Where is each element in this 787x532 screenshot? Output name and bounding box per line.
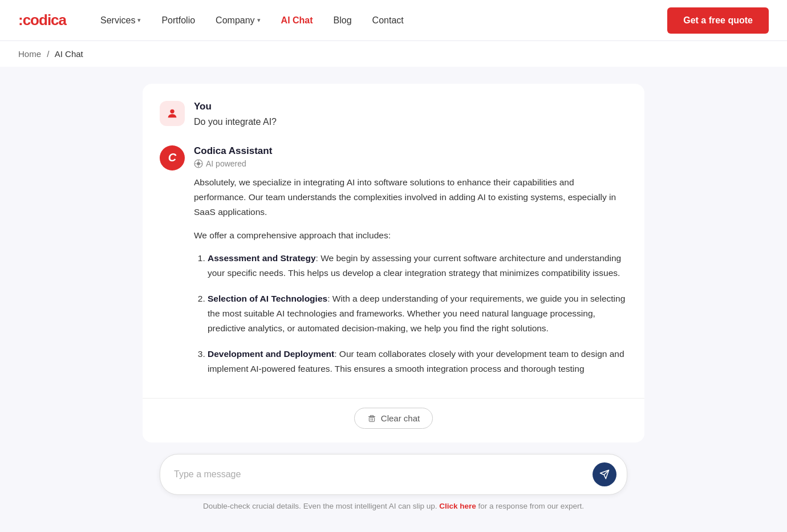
list-item: Selection of AI Technologies: With a dee… bbox=[208, 291, 627, 336]
send-icon bbox=[599, 469, 610, 480]
breadcrumb-separator: / bbox=[47, 49, 49, 59]
disclaimer-suffix-text: for a response from our expert. bbox=[478, 502, 584, 510]
svg-point-0 bbox=[170, 109, 174, 113]
main-content: You Do you integrate AI? C Codica Assist… bbox=[120, 67, 667, 532]
logo[interactable]: :codica bbox=[18, 11, 66, 29]
ai-powered-icon bbox=[194, 159, 203, 168]
breadcrumb-current: AI Chat bbox=[55, 49, 83, 59]
response-para-2: We offer a comprehensive approach that i… bbox=[194, 228, 627, 243]
assistant-sub-label: AI powered bbox=[206, 159, 246, 168]
list-item-title-3: Development and Deployment bbox=[208, 349, 334, 359]
navbar: :codica Services ▾ Portfolio Company ▾ A… bbox=[0, 0, 787, 41]
nav-contact[interactable]: Contact bbox=[372, 15, 404, 26]
assistant-sub: AI powered bbox=[194, 159, 627, 168]
assistant-name: Codica Assistant bbox=[194, 145, 627, 157]
user-message-body: You Do you integrate AI? bbox=[194, 101, 627, 129]
list-item: Assessment and Strategy: We begin by ass… bbox=[208, 251, 627, 281]
user-message: You Do you integrate AI? bbox=[143, 101, 644, 145]
list-item-title-1: Assessment and Strategy bbox=[208, 253, 316, 263]
user-text: Do you integrate AI? bbox=[194, 115, 627, 129]
svg-rect-2 bbox=[368, 416, 375, 417]
clear-chat-label: Clear chat bbox=[381, 413, 420, 423]
chevron-down-icon: ▾ bbox=[137, 17, 141, 24]
nav-company[interactable]: Company ▾ bbox=[216, 15, 260, 26]
user-name: You bbox=[194, 101, 627, 112]
breadcrumb: Home / AI Chat bbox=[0, 41, 787, 67]
disclaimer-text: Double-check crucial details. Even the m… bbox=[203, 502, 437, 510]
breadcrumb-home[interactable]: Home bbox=[18, 49, 41, 59]
disclaimer-link[interactable]: Click here bbox=[439, 502, 476, 510]
clear-chat-row: Clear chat bbox=[143, 398, 644, 442]
response-list: Assessment and Strategy: We begin by ass… bbox=[194, 251, 627, 376]
list-item-title-2: Selection of AI Technologies bbox=[208, 294, 327, 303]
nav-portfolio[interactable]: Portfolio bbox=[161, 15, 195, 26]
get-free-quote-button[interactable]: Get a free quote bbox=[667, 7, 769, 34]
clear-chat-button[interactable]: Clear chat bbox=[354, 408, 433, 429]
user-avatar bbox=[160, 101, 185, 126]
trash-icon bbox=[367, 414, 376, 423]
disclaimer: Double-check crucial details. Even the m… bbox=[160, 502, 627, 510]
message-input-box bbox=[160, 454, 627, 495]
nav-blog[interactable]: Blog bbox=[334, 15, 352, 26]
response-para-1: Absolutely, we specialize in integrating… bbox=[194, 175, 627, 220]
chevron-down-icon: ▾ bbox=[257, 17, 261, 24]
svg-rect-3 bbox=[369, 417, 374, 421]
assistant-avatar: C bbox=[160, 145, 185, 170]
send-button[interactable] bbox=[593, 462, 616, 486]
list-item: Development and Deployment: Our team col… bbox=[208, 347, 627, 377]
nav-ai-chat[interactable]: AI Chat bbox=[281, 15, 313, 26]
nav-links: Services ▾ Portfolio Company ▾ AI Chat B… bbox=[100, 15, 667, 26]
assistant-message: C Codica Assistant AI powered Absolutely… bbox=[143, 145, 644, 393]
nav-services[interactable]: Services ▾ bbox=[100, 15, 141, 26]
input-area: Double-check crucial details. Even the m… bbox=[160, 454, 627, 510]
chat-container: You Do you integrate AI? C Codica Assist… bbox=[143, 84, 644, 442]
message-input[interactable] bbox=[174, 469, 593, 480]
assistant-message-body: Codica Assistant AI powered Absolutely, … bbox=[194, 145, 627, 377]
